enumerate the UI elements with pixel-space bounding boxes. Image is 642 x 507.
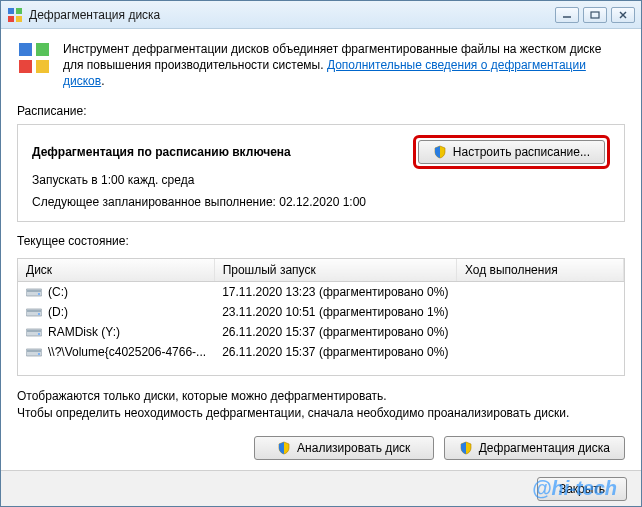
hdd-icon	[26, 346, 42, 358]
svg-point-23	[38, 353, 40, 355]
svg-point-20	[38, 333, 40, 335]
defrag-label: Дефрагментация диска	[479, 441, 610, 455]
current-state-label: Текущее состояние:	[17, 234, 625, 248]
svg-rect-2	[8, 16, 14, 22]
info-text: Отображаются только диски, которые можно…	[17, 388, 625, 422]
table-row[interactable]: (C:)17.11.2020 13:23 (фрагментировано 0%…	[18, 281, 624, 302]
hdd-icon	[26, 286, 42, 298]
disk-name: RAMDisk (Y:)	[48, 325, 120, 339]
analyze-button[interactable]: Анализировать диск	[254, 436, 434, 460]
svg-rect-11	[36, 60, 49, 73]
last-run-cell: 23.11.2020 10:51 (фрагментировано 1%)	[214, 302, 456, 322]
schedule-label: Расписание:	[17, 104, 625, 118]
intro-block: Инструмент дефрагментации дисков объедин…	[17, 41, 625, 90]
shield-icon	[277, 441, 291, 455]
shield-icon	[459, 441, 473, 455]
svg-rect-10	[19, 60, 32, 73]
defrag-button[interactable]: Дефрагментация диска	[444, 436, 625, 460]
schedule-next-run: Следующее запланированное выполнение: 02…	[32, 195, 610, 209]
svg-rect-9	[36, 43, 49, 56]
defrag-app-icon	[7, 7, 23, 23]
col-progress[interactable]: Ход выполнения	[456, 259, 623, 282]
content-area: Инструмент дефрагментации дисков объедин…	[1, 29, 641, 470]
window-title: Дефрагментация диска	[29, 8, 555, 22]
intro-text: Инструмент дефрагментации дисков объедин…	[63, 41, 625, 90]
action-buttons: Анализировать диск Дефрагментация диска	[17, 436, 625, 460]
titlebar: Дефрагментация диска	[1, 1, 641, 29]
svg-rect-13	[27, 290, 41, 292]
progress-cell	[456, 281, 623, 302]
table-row[interactable]: RAMDisk (Y:)26.11.2020 15:37 (фрагментир…	[18, 322, 624, 342]
svg-rect-3	[16, 16, 22, 22]
configure-schedule-label: Настроить расписание...	[453, 145, 590, 159]
svg-rect-22	[27, 350, 41, 352]
disk-name: (D:)	[48, 305, 68, 319]
schedule-enabled-title: Дефрагментация по расписанию включена	[32, 145, 291, 159]
schedule-run-at: Запускать в 1:00 кажд. среда	[32, 173, 610, 187]
window-controls	[555, 7, 635, 23]
close-label: Закрыть	[559, 482, 605, 496]
progress-cell	[456, 342, 623, 362]
last-run-cell: 17.11.2020 13:23 (фрагментировано 0%)	[214, 281, 456, 302]
disk-table: Диск Прошлый запуск Ход выполнения (C:)1…	[18, 259, 624, 362]
maximize-button[interactable]	[583, 7, 607, 23]
info-line2: Чтобы определить неоходимость дефрагмент…	[17, 405, 625, 422]
table-row[interactable]: \\?\Volume{c4025206-4766-...26.11.2020 1…	[18, 342, 624, 362]
svg-rect-16	[27, 310, 41, 312]
close-dialog-button[interactable]: Закрыть	[537, 477, 627, 501]
col-last-run[interactable]: Прошлый запуск	[214, 259, 456, 282]
last-run-cell: 26.11.2020 15:37 (фрагментировано 0%)	[214, 322, 456, 342]
info-line1: Отображаются только диски, которые можно…	[17, 388, 625, 405]
defrag-large-icon	[17, 41, 51, 75]
configure-schedule-button[interactable]: Настроить расписание...	[418, 140, 605, 164]
minimize-button[interactable]	[555, 7, 579, 23]
progress-cell	[456, 322, 623, 342]
svg-rect-0	[8, 8, 14, 14]
defrag-window: Дефрагментация диска Инструмент дефрагме…	[0, 0, 642, 507]
shield-icon	[433, 145, 447, 159]
disk-name: (C:)	[48, 285, 68, 299]
col-disk[interactable]: Диск	[18, 259, 214, 282]
hdd-icon	[26, 306, 42, 318]
progress-cell	[456, 302, 623, 322]
disk-table-wrap: Диск Прошлый запуск Ход выполнения (C:)1…	[17, 258, 625, 377]
last-run-cell: 26.11.2020 15:37 (фрагментировано 0%)	[214, 342, 456, 362]
schedule-box: Дефрагментация по расписанию включена На…	[17, 124, 625, 222]
svg-point-14	[38, 293, 40, 295]
svg-rect-5	[591, 12, 599, 18]
analyze-label: Анализировать диск	[297, 441, 410, 455]
intro-text-after: .	[101, 74, 104, 88]
table-row[interactable]: (D:)23.11.2020 10:51 (фрагментировано 1%…	[18, 302, 624, 322]
svg-rect-19	[27, 330, 41, 332]
footer-bar: Закрыть	[1, 470, 641, 506]
svg-rect-1	[16, 8, 22, 14]
hdd-icon	[26, 326, 42, 338]
svg-point-17	[38, 313, 40, 315]
disk-name: \\?\Volume{c4025206-4766-...	[48, 345, 206, 359]
highlight-annotation: Настроить расписание...	[413, 135, 610, 169]
svg-rect-8	[19, 43, 32, 56]
close-button[interactable]	[611, 7, 635, 23]
